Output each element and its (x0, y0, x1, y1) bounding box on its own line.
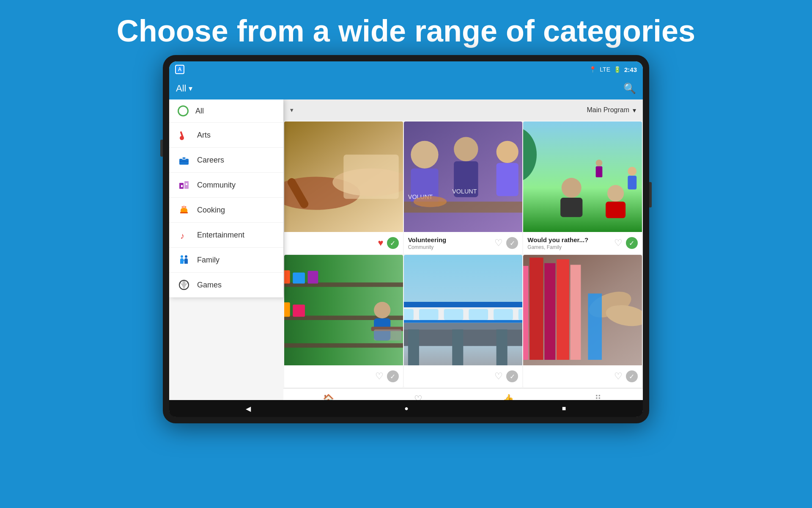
menu-item-family[interactable]: Family (169, 248, 283, 273)
card-footer-outdoor: Would you rather...? Games, Family ♡ ✓ (523, 232, 642, 254)
card-actions-baking: ♥ ✓ (378, 237, 399, 249)
svg-rect-4 (179, 161, 189, 162)
family-icon (178, 254, 190, 266)
svg-rect-34 (496, 163, 518, 196)
menu-label-all: All (195, 107, 204, 116)
svg-point-38 (414, 196, 447, 207)
card-image-library (523, 255, 642, 365)
home-button[interactable]: ● (404, 405, 409, 412)
svg-rect-64 (374, 329, 401, 340)
check-button-volunteering[interactable]: ✓ (506, 237, 518, 249)
svg-rect-90 (588, 293, 602, 360)
volunteering-subtitle: Community (408, 244, 495, 250)
arts-icon (178, 129, 190, 141)
check-button-train[interactable]: ✓ (506, 370, 518, 382)
side-button-left (160, 140, 163, 157)
card-actions-outdoor: ♡ ✓ (614, 237, 638, 249)
filter-bar: ▾ Main Program ▾ (283, 99, 643, 121)
svg-rect-78 (518, 309, 522, 320)
top-banner: Choose from a wide range of categories (0, 0, 812, 61)
games-icon (178, 279, 190, 291)
grocery-image (284, 255, 403, 365)
card-grocery: ♡ ✓ (284, 255, 403, 387)
svg-rect-49 (596, 166, 603, 177)
card-image-volunteering: VOLUNT VOLUNT (404, 121, 523, 232)
card-image-baking (284, 121, 403, 232)
back-button[interactable]: ◀ (246, 405, 251, 413)
menu-item-entertainment[interactable]: ♪ Entertainment (169, 223, 283, 248)
menu-item-cooking[interactable]: Cooking (169, 198, 283, 223)
card-actions-grocery: ♡ ✓ (375, 370, 399, 382)
status-bar: A 📍 LTE 🔋 2:43 (169, 61, 643, 77)
svg-rect-8 (186, 183, 187, 185)
outdoor-title: Would you rather...? (527, 236, 614, 243)
svg-rect-85 (545, 263, 556, 360)
svg-rect-9 (180, 212, 188, 213)
battery-icon: 🔋 (614, 66, 621, 73)
heart-button-grocery[interactable]: ♡ (375, 371, 384, 382)
banner-title: Choose from a wide range of categories (117, 14, 695, 48)
svg-point-31 (454, 137, 478, 161)
svg-rect-57 (308, 271, 318, 284)
svg-rect-83 (523, 266, 528, 360)
svg-rect-75 (444, 309, 463, 320)
baking-image (284, 121, 403, 232)
menu-item-community[interactable]: Community (169, 173, 283, 198)
svg-rect-87 (571, 265, 581, 359)
svg-rect-74 (419, 309, 439, 320)
all-filter-label[interactable]: All (176, 83, 186, 94)
card-train: ♡ ✓ (404, 255, 523, 387)
svg-point-44 (607, 185, 624, 202)
category-dropdown-menu: All Arts (169, 99, 283, 298)
card-footer-baking: ♥ ✓ (284, 232, 403, 254)
svg-rect-7 (181, 185, 183, 187)
heart-button-train[interactable]: ♡ (494, 371, 503, 382)
main-content: All Arts (169, 99, 643, 417)
heart-button-baking[interactable]: ♥ (378, 237, 384, 248)
svg-rect-55 (284, 271, 290, 284)
svg-point-46 (628, 167, 637, 176)
menu-item-all[interactable]: All (169, 99, 283, 123)
svg-point-48 (596, 160, 603, 166)
filter-item-left[interactable]: ▾ (290, 106, 294, 114)
menu-item-careers[interactable]: Careers (169, 148, 283, 173)
svg-rect-70 (496, 329, 507, 365)
chevron-down-icon[interactable]: ▾ (189, 84, 192, 93)
svg-text:♪: ♪ (180, 231, 184, 240)
svg-rect-59 (284, 302, 290, 317)
card-actions-train: ♡ ✓ (494, 370, 518, 382)
card-info-volunteering: Volunteering Community (408, 236, 495, 250)
svg-rect-43 (560, 198, 582, 217)
status-bar-left: A (175, 65, 184, 74)
heart-button-volunteering[interactable]: ♡ (494, 237, 503, 248)
check-button-baking[interactable]: ✓ (387, 237, 399, 249)
heart-button-outdoor[interactable]: ♡ (614, 237, 623, 248)
header-left[interactable]: All ▾ (176, 83, 192, 94)
check-button-grocery[interactable]: ✓ (387, 370, 399, 382)
check-button-library[interactable]: ✓ (626, 370, 638, 382)
tablet-frame: A 📍 LTE 🔋 2:43 All ▾ 🔍 All (163, 55, 649, 423)
card-footer-library: ♡ ✓ (523, 365, 642, 387)
volunteering-image: VOLUNT VOLUNT (404, 121, 523, 232)
svg-point-18 (181, 282, 183, 284)
cards-area: ▾ Main Program ▾ (283, 99, 643, 417)
menu-item-arts[interactable]: Arts (169, 123, 283, 148)
signal-icon: LTE (600, 66, 610, 73)
train-image (404, 255, 523, 365)
check-button-outdoor[interactable]: ✓ (626, 237, 638, 249)
search-icon[interactable]: 🔍 (623, 83, 636, 94)
menu-label-entertainment: Entertainment (197, 231, 244, 240)
menu-item-games[interactable]: Games (169, 273, 283, 298)
filter-chevron-left: ▾ (290, 106, 294, 114)
heart-button-library[interactable]: ♡ (614, 371, 623, 382)
main-program-filter[interactable]: Main Program ▾ (587, 106, 636, 114)
card-actions-volunteering: ♡ ✓ (494, 237, 518, 249)
card-image-outdoor (523, 121, 642, 232)
svg-rect-76 (469, 309, 488, 320)
recents-button[interactable]: ■ (562, 405, 566, 412)
menu-label-games: Games (197, 281, 222, 290)
svg-point-21 (185, 286, 187, 288)
svg-rect-68 (408, 329, 419, 365)
menu-label-community: Community (197, 181, 236, 190)
svg-text:VOLUNT: VOLUNT (452, 188, 477, 195)
